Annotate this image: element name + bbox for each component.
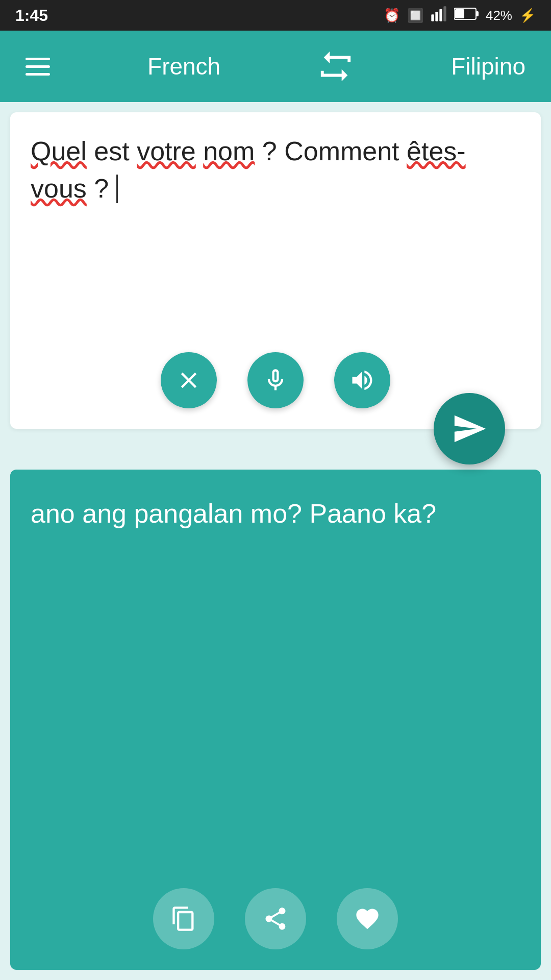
word-q1: ? Comment (262, 136, 407, 166)
word-q2: ? (94, 174, 109, 203)
target-language-button[interactable]: Filipino (451, 53, 525, 80)
svg-rect-6 (455, 9, 464, 18)
translation-panel: ano ang pangalan mo? Paano ka? (10, 470, 541, 970)
word-est: est (94, 136, 137, 166)
output-actions (10, 888, 541, 949)
signal-icon (431, 6, 447, 26)
source-language-button[interactable]: French (147, 53, 220, 80)
status-icons: ⏰ 🔲 42% ⚡ (384, 6, 536, 26)
share-icon (262, 905, 289, 932)
alarm-icon: ⏰ (384, 8, 400, 23)
share-button[interactable] (245, 888, 306, 949)
battery-percent: 42% (486, 8, 512, 23)
speaker-icon (349, 367, 375, 394)
favorite-button[interactable] (337, 888, 398, 949)
swap-icon (318, 48, 354, 84)
word-nom: nom (203, 136, 255, 166)
swap-languages-button[interactable] (318, 48, 354, 84)
text-cursor (116, 175, 118, 203)
main-content: Quel est votre nom ? Comment êtes- vous … (0, 102, 551, 980)
menu-button[interactable] (26, 58, 50, 76)
word-quel: Quel (31, 136, 87, 166)
svg-rect-3 (443, 6, 446, 21)
translate-button[interactable] (434, 393, 505, 464)
copy-icon (170, 905, 197, 932)
svg-rect-5 (476, 11, 479, 16)
word-vous: vous (31, 174, 87, 203)
word-etes: êtes- (407, 136, 466, 166)
navbar: French Filipino (0, 31, 551, 102)
svg-rect-2 (439, 9, 442, 21)
close-icon (176, 367, 202, 394)
listen-button[interactable] (334, 352, 390, 408)
status-bar: 1:45 ⏰ 🔲 42% ⚡ (0, 0, 551, 31)
clear-button[interactable] (161, 352, 217, 408)
svg-rect-0 (431, 14, 434, 21)
heart-icon (354, 905, 381, 932)
sim-icon: 🔲 (407, 8, 423, 23)
word-votre: votre (137, 136, 196, 166)
battery-icon (454, 7, 479, 24)
svg-rect-1 (435, 12, 438, 21)
send-icon (452, 411, 487, 447)
input-panel: Quel est votre nom ? Comment êtes- vous … (10, 112, 541, 429)
translated-text: ano ang pangalan mo? Paano ka? (31, 495, 520, 532)
input-text[interactable]: Quel est votre nom ? Comment êtes- vous … (31, 133, 520, 207)
microphone-button[interactable] (247, 352, 304, 408)
microphone-icon (262, 367, 289, 394)
status-time: 1:45 (15, 6, 48, 25)
charging-icon: ⚡ (519, 8, 536, 23)
copy-button[interactable] (153, 888, 214, 949)
